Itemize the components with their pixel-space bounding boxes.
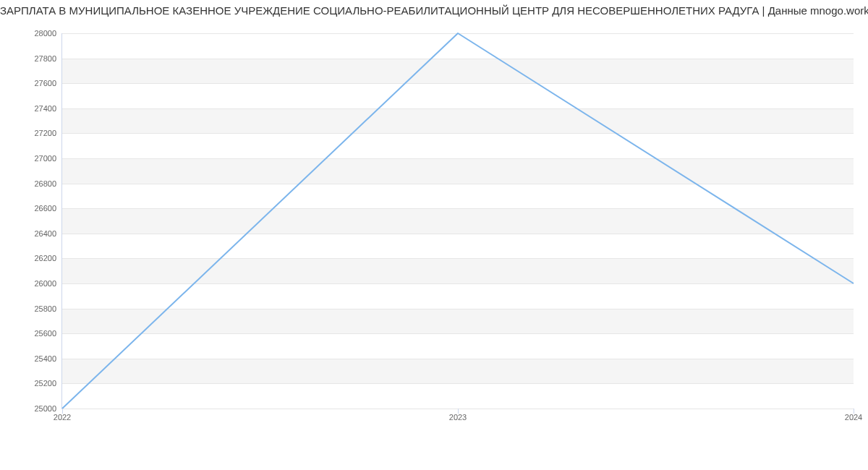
chart-title: ЗАРПЛАТА В МУНИЦИПАЛЬНОЕ КАЗЕННОЕ УЧРЕЖД… [0, 0, 868, 20]
y-axis-label: 27200 [34, 129, 62, 137]
y-axis-label: 27800 [34, 54, 62, 63]
y-axis-label: 28000 [34, 29, 62, 38]
plot-area: 2500025200254002560025800260002620026400… [61, 33, 854, 409]
y-axis-label: 27000 [34, 154, 62, 163]
y-axis-label: 26600 [34, 204, 62, 213]
y-axis-label: 25400 [34, 354, 62, 363]
chart-svg [62, 33, 854, 409]
y-axis-label: 26400 [34, 229, 62, 238]
y-axis-label: 27400 [34, 104, 62, 113]
y-axis-label: 25600 [34, 329, 62, 338]
y-axis-label: 27600 [34, 79, 62, 87]
y-axis-label: 25800 [34, 304, 62, 313]
y-axis-label: 26000 [34, 279, 62, 288]
y-axis-label: 26200 [34, 254, 62, 262]
plot-outer: 2500025200254002560025800260002620026400… [0, 19, 868, 438]
series-line [62, 33, 854, 409]
y-axis-label: 25200 [34, 379, 62, 388]
y-axis-label: 26800 [34, 179, 62, 188]
x-axis-label: 2023 [449, 409, 467, 422]
x-axis-label: 2024 [845, 409, 862, 422]
chart-container: ЗАРПЛАТА В МУНИЦИПАЛЬНОЕ КАЗЕННОЕ УЧРЕЖД… [0, 0, 868, 470]
x-axis-label: 2022 [54, 409, 71, 422]
